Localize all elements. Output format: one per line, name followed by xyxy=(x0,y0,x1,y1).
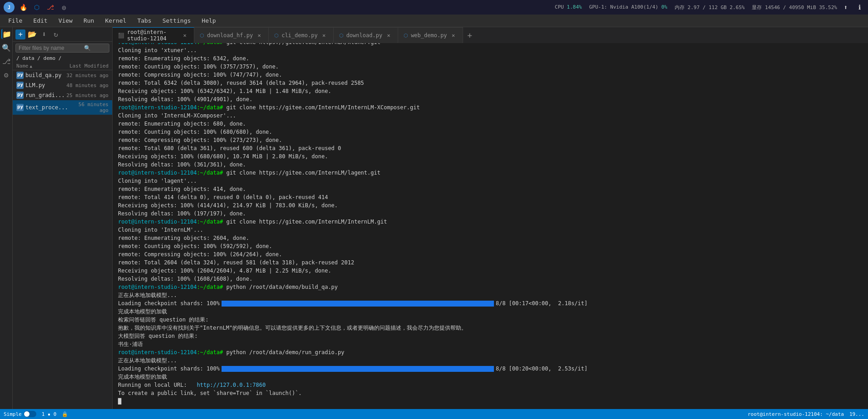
term-line: remote: Total 6342 (delta 3080), reused … xyxy=(118,79,863,87)
file-time: 48 minutes ago xyxy=(54,83,108,88)
filter-input[interactable] xyxy=(19,45,82,51)
download-button[interactable]: ⬇ xyxy=(39,29,49,39)
menu-kernel[interactable]: Kernel xyxy=(100,16,131,25)
tab-close-button[interactable]: ✕ xyxy=(321,32,328,39)
filter-box: 🔍 xyxy=(15,44,109,53)
py-tab-icon: ⬡ xyxy=(339,33,344,39)
term-line: remote: Enumerating objects: 2604, done. xyxy=(118,234,863,242)
breadcrumb: / data / demo / xyxy=(13,54,112,62)
terminal-tab-icon: ⬛ xyxy=(118,33,124,39)
activity-extensions[interactable]: ⚙ xyxy=(1,70,11,80)
tab-name: download_hf.py xyxy=(207,32,253,39)
term-line: 大模型回答 question 的结果: xyxy=(118,332,863,340)
file-list: py build_qa.py 32 minutes ago py LLM.py … xyxy=(13,70,112,409)
py-tab-icon: ⬡ xyxy=(200,33,204,39)
statusbar-right: root@intern-studio-12104: ~/data 19... xyxy=(748,411,864,417)
term-line: 完成本地模型的加载 xyxy=(118,307,863,316)
activity-files[interactable]: 📁 xyxy=(1,29,11,39)
term-line: Receiving objects: 100% (6342/6342), 1.1… xyxy=(118,87,863,95)
menu-file[interactable]: File xyxy=(4,16,27,25)
term-line: Cloning into 'InternLM-XComposer'... xyxy=(118,112,863,120)
toggle-track[interactable] xyxy=(24,411,36,417)
term-line: remote: Compressing objects: 100% (273/2… xyxy=(118,136,863,144)
tab-download[interactable]: ⬡ download.py ✕ xyxy=(334,27,398,43)
file-list-header: Name ▲ Last Modified xyxy=(13,62,112,70)
file-name: run_gradi... xyxy=(25,92,65,98)
menu-view[interactable]: View xyxy=(54,16,77,25)
tab-close-button[interactable]: ✕ xyxy=(181,32,188,39)
file-item-build_qa[interactable]: py build_qa.py 32 minutes ago xyxy=(13,70,112,80)
statusbar: Simple 1 ▪ 0 🔒 root@intern-studio-12104:… xyxy=(0,409,868,419)
sort-icon: ▲ xyxy=(30,64,32,68)
tab-web_demo[interactable]: ⬡ web_demo.py ✕ xyxy=(398,27,463,43)
tab-close-button[interactable]: ✕ xyxy=(385,32,392,39)
file-item-text_proce[interactable]: py text_proce... 56 minutes ago xyxy=(13,100,112,115)
refresh-button[interactable]: ↻ xyxy=(51,29,61,39)
tab-name: download.py xyxy=(346,32,382,39)
term-line: Resolving deltas: 100% (197/197), done. xyxy=(118,210,863,218)
gpu-info: GPU-1: Nvidia A100(1/4) 0% xyxy=(589,4,667,11)
file-name: text_proce... xyxy=(25,104,68,111)
menu-tabs[interactable]: Tabs xyxy=(133,16,156,25)
col-name-header[interactable]: Name ▲ xyxy=(16,63,54,69)
term-line: Receiving objects: 100% (680/680), 10.74… xyxy=(118,152,863,161)
tab-download_hf[interactable]: ⬡ download_hf.py ✕ xyxy=(194,27,269,43)
term-line: remote: Counting objects: 100% (592/592)… xyxy=(118,242,863,250)
menu-edit[interactable]: Edit xyxy=(29,16,52,25)
term-line: root@intern-studio-12104:~/data# python … xyxy=(118,283,863,291)
tab-cli_demo[interactable]: ⬡ cli_demo.py ✕ xyxy=(269,27,333,43)
term-line: remote: Compressing objects: 100% (264/2… xyxy=(118,250,863,258)
sidebar: + 📂 ⬇ ↻ 🔍 / data / demo / Name ▲ Last Mo… xyxy=(13,27,113,409)
tab-close-button[interactable]: ✕ xyxy=(450,32,457,39)
extra-icon[interactable]: ◎ xyxy=(59,2,69,12)
simple-toggle[interactable]: Simple xyxy=(4,411,36,417)
term-line: Cloning into 'lagent'... xyxy=(118,177,863,185)
menu-settings[interactable]: Settings xyxy=(158,16,196,25)
toggle-knob xyxy=(24,411,30,417)
py-tab-icon: ⬡ xyxy=(274,33,279,39)
vscode-icon[interactable]: ⬡ xyxy=(32,2,42,12)
col-modified-header: Last Modified xyxy=(54,63,108,69)
port-info: 19... xyxy=(849,411,864,417)
statusbar-left: Simple 1 ▪ 0 🔒 xyxy=(4,411,68,417)
term-cursor: █ xyxy=(118,397,863,405)
menu-run[interactable]: Run xyxy=(79,16,99,25)
file-item-run_gradi[interactable]: py run_gradi... 25 minutes ago xyxy=(13,90,112,100)
menu-help[interactable]: Help xyxy=(197,16,220,25)
term-line: 书生·浦语 xyxy=(118,340,863,348)
term-line: Cloning into 'xtuner'... xyxy=(118,46,863,54)
upload-icon[interactable]: ⬆ xyxy=(841,2,851,12)
terminal-content[interactable]: root@intern-studio-12104:~/data# git clo… xyxy=(113,43,868,409)
git-icon[interactable]: ⎇ xyxy=(45,2,55,12)
new-file-button[interactable]: + xyxy=(15,29,25,39)
term-line: remote: Compressing objects: 100% (747/7… xyxy=(118,71,863,79)
jupyter-icon[interactable]: 🔥 xyxy=(18,2,28,12)
file-name: build_qa.py xyxy=(25,72,61,78)
term-line: remote: Total 414 (delta 0), reused 0 (d… xyxy=(118,193,863,201)
breadcrumb-path: / data / demo / xyxy=(16,55,61,61)
activity-search[interactable]: 🔍 xyxy=(1,43,11,53)
host-info: root@intern-studio-12104: ~/data xyxy=(748,411,844,417)
file-time: 56 minutes ago xyxy=(68,102,108,113)
term-line: remote: Counting objects: 100% (3757/375… xyxy=(118,63,863,71)
upload-button[interactable]: 📂 xyxy=(27,29,37,39)
editor-area: ⬛ root@intern-studio-12104 ✕ ⬡ download_… xyxy=(113,27,868,409)
main-content: 📁 🔍 ⎇ ⚙ + 📂 ⬇ ↻ 🔍 / data / demo / Name ▲… xyxy=(0,27,868,409)
system-info: CPU 1.84% GPU-1: Nvidia A100(1/4) 0% 内存 … xyxy=(555,4,837,11)
file-item-llm[interactable]: py LLM.py 48 minutes ago xyxy=(13,80,112,90)
term-line: 正在从本地加载模型... xyxy=(118,356,863,365)
cpu-info: CPU 1.84% xyxy=(555,4,582,11)
info-icon[interactable]: ℹ xyxy=(854,2,864,12)
disk-info: 显存 14546 / 40950 MiB 35.52% xyxy=(752,4,837,11)
py-file-icon: py xyxy=(16,92,24,99)
term-line: Resolving deltas: 100% (361/361), done. xyxy=(118,161,863,169)
file-perm-icon: 🔒 xyxy=(62,411,68,417)
system-icons: ⬆ ℹ xyxy=(841,2,864,12)
term-line: To create a public link, set `share=True… xyxy=(118,389,863,397)
term-line: remote: Enumerating objects: 680, done. xyxy=(118,120,863,128)
tab-terminal[interactable]: ⬛ root@intern-studio-12104 ✕ xyxy=(113,27,194,43)
sidebar-toolbar: + 📂 ⬇ ↻ xyxy=(13,27,112,42)
activity-git[interactable]: ⎇ xyxy=(1,56,11,66)
add-tab-button[interactable]: + xyxy=(463,27,477,43)
tab-close-button[interactable]: ✕ xyxy=(256,32,263,39)
